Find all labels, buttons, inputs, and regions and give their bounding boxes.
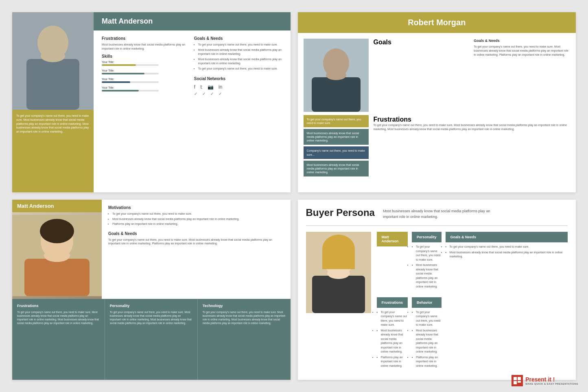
svg-point-11: [44, 249, 70, 262]
slide2-name: Robert Morgan: [306, 18, 568, 27]
skill-bar-bg-4: [102, 90, 159, 91]
slide3-content: Motivations To get your company's name o…: [102, 200, 291, 299]
slide3-left-panel: Matt Anderson: [12, 200, 102, 299]
frustrations-title: Frustrations: [102, 36, 190, 41]
slide2-goals-list: To get your company's name out there, yo…: [304, 115, 369, 176]
skill-row-1: Your Title:: [102, 61, 190, 66]
svg-rect-2: [26, 59, 79, 110]
goal-4: To get your company's name out there, yo…: [198, 67, 282, 71]
slide4-goals-label: Goals & Needs: [446, 232, 568, 242]
social-title: Social Networks: [194, 76, 282, 81]
slide4-behavior-list: To get your company's name out there, yo…: [412, 310, 442, 368]
slide4-header: Buyer Persona Most businesses already kn…: [306, 207, 568, 220]
skill-bar-bg-2: [102, 73, 159, 74]
slide4-behavior-label: Behavior: [412, 297, 442, 308]
check-3: ✓: [210, 91, 214, 96]
slide2-left: To get your company's name out there, yo…: [304, 39, 369, 187]
slide4-photo: [306, 232, 371, 313]
skill-bar-bg-3: [102, 81, 159, 83]
instagram-icon: 📷: [208, 84, 214, 90]
skills-title: Skills: [102, 54, 190, 59]
slide4-divider: [306, 225, 568, 226]
bottom-personality-text: To get your company's name out there, yo…: [110, 310, 192, 325]
slide4-behavior-col: Behavior To get your company's name out …: [412, 297, 442, 372]
skill-bar-3: [102, 81, 130, 83]
svg-point-16: [327, 268, 350, 279]
slide4-frustrations-col: Frustrations To get your company's name …: [377, 297, 408, 372]
slide-1: To get your company's name out there, yo…: [12, 12, 291, 192]
check-4: ✓: [219, 91, 222, 96]
frustrations-item-1: To get your company's name out there, yo…: [377, 310, 408, 327]
personality-item-1: To get your company's name out there, yo…: [412, 245, 442, 262]
slide4-name-label: Matt Anderson: [377, 232, 408, 246]
bottom-frustrations-title: Frustrations: [17, 304, 100, 308]
slide1-bio: To get your company's name out there, yo…: [12, 110, 94, 192]
bottom-technology-title: Technology: [203, 304, 286, 308]
slide1-name: Matt Anderson: [102, 17, 282, 26]
slide3-bottom: Frustrations To get your company's name …: [12, 299, 291, 380]
slide3-photo: [12, 212, 102, 299]
brand-logo-icon: [513, 376, 522, 385]
slide4-title-wrap: Buyer Persona: [306, 207, 375, 218]
goal-item-2: Most businesses already know that social…: [304, 129, 369, 145]
svg-rect-18: [322, 249, 355, 269]
svg-point-7: [326, 70, 346, 80]
frustrations-item-3: Platforms play an important role in onli…: [377, 355, 408, 368]
slide4-name-col: Matt Anderson: [377, 232, 408, 293]
svg-rect-22: [518, 381, 521, 383]
behavior-item-1: To get your company's name out there, yo…: [412, 310, 442, 327]
skill-label-4: Your Title:: [102, 86, 190, 89]
slide2-right: Goals Goals & Needs To get your company'…: [374, 39, 571, 187]
bottom-technology-text: To get your company's name out there, yo…: [203, 310, 286, 325]
bottom-frustrations-text: To get your company's name out there, yo…: [17, 310, 100, 325]
slide1-goals: Goals & Needs To get your company's name…: [194, 36, 282, 96]
skill-label-2: Your Title:: [102, 69, 190, 72]
slide2-goals-needs-text: To get your company's name out there, yo…: [474, 45, 570, 57]
skill-bar-1: [102, 64, 136, 66]
slide2-goals-needs-title: Goals & Needs: [474, 39, 570, 43]
skill-label-1: Your Title:: [102, 61, 190, 63]
goal-item-3: Company's name out there, you need to ma…: [304, 146, 369, 159]
skill-bar-4: [102, 90, 139, 91]
person-svg-3: [12, 212, 102, 299]
goals-title-s3: Goals & Needs: [108, 231, 284, 236]
slide1-bio-text: To get your company's name out there, yo…: [16, 114, 90, 134]
brand-name: Present it !: [525, 376, 578, 383]
svg-point-3: [41, 50, 65, 62]
slide1-photo: [12, 12, 94, 110]
skills-section: Skills Your Title: Your Title:: [102, 54, 190, 91]
slide4-frustrations-label: Frustrations: [377, 297, 408, 308]
slide1-frustrations: Frustrations Most businesses already kno…: [102, 36, 190, 96]
twitter-icon: 𝕥: [200, 84, 203, 90]
goal-1: To get your company's name out there, yo…: [198, 43, 282, 47]
slide2-body: To get your company's name out there, yo…: [298, 33, 576, 192]
svg-rect-21: [514, 381, 517, 384]
slide4-goals-col: Goals & Needs To get your company's name…: [446, 232, 568, 293]
goal-3: Most businesses already know that social…: [198, 57, 282, 66]
svg-rect-20: [518, 377, 521, 380]
slide4-goals-list: To get your company's name out there, yo…: [446, 245, 568, 259]
motivation-2: Most businesses already know that social…: [112, 217, 284, 222]
goals-list-s1: To get your company's name out there, yo…: [194, 43, 282, 71]
motivations-title: Motivations: [108, 205, 284, 210]
person-svg-1: [12, 12, 94, 110]
slide4-body: Matt Anderson Personality To get your co…: [306, 232, 568, 372]
motivation-1: To get your company's name out there, yo…: [112, 212, 284, 216]
bottom-personality: Personality To get your company's name o…: [105, 299, 198, 380]
frustrations-item-2: Most businesses already know that social…: [377, 329, 408, 354]
svg-rect-19: [514, 377, 517, 380]
svg-point-12: [40, 219, 74, 243]
skill-row-2: Your Title:: [102, 69, 190, 74]
person-svg-2: [304, 39, 369, 112]
slide2-goals-needs: Goals & Needs To get your company's name…: [474, 39, 570, 112]
slide1-header: Matt Anderson: [94, 12, 291, 30]
social-icons: f 𝕥 📷 in: [194, 84, 282, 90]
bottom-frustrations: Frustrations To get your company's name …: [12, 299, 105, 380]
slide1-content: Frustrations Most businesses already kno…: [94, 30, 291, 102]
social-checks: ✓ ✓ ✓ ✓: [194, 91, 282, 96]
slide4-personality-list: To get your company's name out there, yo…: [412, 245, 442, 289]
goals-title-s1: Goals & Needs: [194, 36, 282, 41]
slide2-header: Robert Morgan: [298, 12, 576, 33]
behavior-item-2: Most businesses already know that social…: [412, 329, 442, 354]
bottom-technology: Technology To get your company's name ou…: [198, 299, 291, 380]
